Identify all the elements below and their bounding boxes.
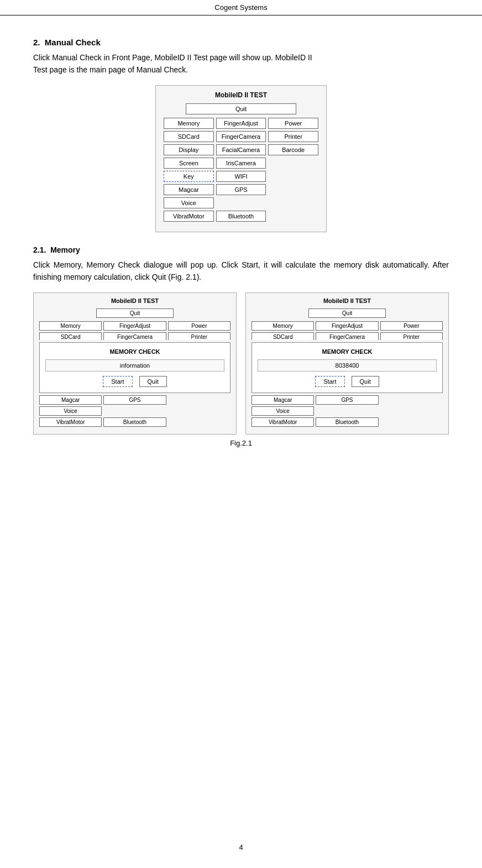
main-facialcamera-btn[interactable]: FacialCamera	[216, 144, 266, 155]
fig-2-1-container: MobileID II TEST Quit Memory FingerAdjus…	[33, 292, 449, 435]
main-bluetooth-btn[interactable]: Bluetooth	[216, 211, 266, 222]
fig-left-memory-dialog: MEMORY CHECK information Start Quit	[39, 342, 230, 393]
fig-right-empty-2	[316, 406, 378, 416]
main-iriscamera-btn[interactable]: IrisCamera	[216, 158, 266, 169]
page-number: 4	[0, 843, 482, 851]
fig-left-empty-1	[168, 395, 230, 405]
header-title: Cogent Systems	[214, 3, 267, 12]
fig-right-voice-btn[interactable]: Voice	[252, 406, 314, 416]
main-memory-btn[interactable]: Memory	[164, 118, 214, 129]
main-key-btn[interactable]: Key	[164, 171, 214, 182]
fig-right-vibratmotor-btn[interactable]: VibratMotor	[252, 417, 314, 427]
main-empty-5	[268, 197, 318, 208]
fig-left-voice-btn[interactable]: Voice	[39, 406, 102, 416]
fig-right-title: MobileID II TEST	[252, 297, 443, 304]
main-screen-btn[interactable]: Screen	[164, 158, 214, 169]
fig-left-fingeradjust-btn[interactable]: FingerAdjust	[103, 321, 166, 331]
main-quit-button[interactable]: Quit	[186, 103, 296, 114]
page-header: Cogent Systems	[0, 0, 482, 15]
main-display-btn[interactable]: Display	[164, 144, 214, 155]
main-barcode-btn[interactable]: Barcode	[268, 144, 318, 155]
main-empty-4	[216, 197, 266, 208]
fig-left-power-btn[interactable]: Power	[168, 321, 230, 331]
main-empty-2	[268, 171, 318, 182]
main-voice-btn[interactable]: Voice	[164, 197, 214, 208]
section-21: 2.1. Memory Click Memory, Memory Check d…	[33, 245, 449, 447]
fig-right-empty-4	[380, 417, 443, 427]
fig-left-vibratmotor-btn[interactable]: VibratMotor	[39, 417, 102, 427]
main-vibratmotor-btn[interactable]: VibratMotor	[164, 211, 214, 222]
fig-caption: Fig.2.1	[33, 439, 449, 447]
main-empty-3	[268, 184, 318, 195]
fig-right-memory-dialog: MEMORY CHECK 8038400 Start Quit	[252, 342, 443, 393]
main-fingercamera-btn[interactable]: FingerCamera	[216, 131, 266, 142]
fig-left-sdcard-btn[interactable]: SDCard	[39, 332, 102, 340]
fig-right-empty-1	[380, 395, 443, 405]
main-gps-btn[interactable]: GPS	[216, 184, 266, 195]
fig-right-sdcard-btn[interactable]: SDCard	[252, 332, 314, 340]
fig-left-empty-3	[168, 406, 230, 416]
main-empty-6	[268, 211, 318, 222]
section-2: 2. Manual Check Click Manual Check in Fr…	[33, 38, 449, 232]
main-fingeradjust-btn[interactable]: FingerAdjust	[216, 118, 266, 129]
section-2-body: Click Manual Check in Front Page, Mobile…	[33, 51, 449, 76]
fig-left-empty-2	[103, 406, 166, 416]
fig-left-printer-btn[interactable]: Printer	[168, 332, 230, 340]
fig-right-memory-check-title: MEMORY CHECK	[258, 348, 437, 355]
fig-right-fingeradjust-btn[interactable]: FingerAdjust	[316, 321, 378, 331]
main-printer-btn[interactable]: Printer	[268, 131, 318, 142]
fig-right-fingercamera-btn[interactable]: FingerCamera	[316, 332, 378, 340]
fig-right-start-btn[interactable]: Start	[315, 376, 344, 387]
fig-left-empty-4	[168, 417, 230, 427]
mobileid-main-panel: MobileID II TEST Quit Memory FingerAdjus…	[155, 85, 327, 232]
main-wifi-btn[interactable]: WIFI	[216, 171, 266, 182]
fig-left-memory-check-title: MEMORY CHECK	[45, 348, 224, 355]
mobileid-main-title: MobileID II TEST	[164, 91, 318, 99]
fig-right-memory-info: 8038400	[258, 359, 437, 372]
fig-left-dialog-quit-btn[interactable]: Quit	[139, 376, 167, 387]
fig-left-memory-info: information	[45, 359, 224, 372]
fig-right-printer-btn[interactable]: Printer	[380, 332, 443, 340]
main-power-btn[interactable]: Power	[268, 118, 318, 129]
fig-left-memory-btn[interactable]: Memory	[39, 321, 102, 331]
section-21-title: 2.1. Memory	[33, 245, 449, 254]
fig-left-fingercamera-btn[interactable]: FingerCamera	[103, 332, 166, 340]
main-magcar-btn[interactable]: Magcar	[164, 184, 214, 195]
fig-left-quit-btn[interactable]: Quit	[96, 308, 174, 318]
fig-right-empty-3	[380, 406, 443, 416]
fig-right-bluetooth-btn[interactable]: Bluetooth	[316, 417, 378, 427]
section-21-body: Click Memory, Memory Check dialogue will…	[33, 259, 449, 284]
fig-left-bluetooth-btn[interactable]: Bluetooth	[103, 417, 166, 427]
fig-right-panel: MobileID II TEST Quit Memory FingerAdjus…	[245, 292, 449, 435]
main-empty-1	[268, 158, 318, 169]
main-sdcard-btn[interactable]: SDCard	[164, 131, 214, 142]
fig-left-title: MobileID II TEST	[39, 297, 230, 304]
fig-left-magcar-btn[interactable]: Magcar	[39, 395, 102, 405]
fig-right-magcar-btn[interactable]: Magcar	[252, 395, 314, 405]
section-2-title: 2. Manual Check	[33, 38, 449, 47]
fig-right-quit-btn[interactable]: Quit	[308, 308, 386, 318]
fig-left-panel: MobileID II TEST Quit Memory FingerAdjus…	[33, 292, 237, 435]
fig-left-gps-btn[interactable]: GPS	[103, 395, 166, 405]
fig-right-gps-btn[interactable]: GPS	[316, 395, 378, 405]
fig-left-start-btn[interactable]: Start	[103, 376, 132, 387]
fig-right-power-btn[interactable]: Power	[380, 321, 443, 331]
fig-right-memory-btn[interactable]: Memory	[252, 321, 314, 331]
fig-right-dialog-quit-btn[interactable]: Quit	[352, 376, 379, 387]
